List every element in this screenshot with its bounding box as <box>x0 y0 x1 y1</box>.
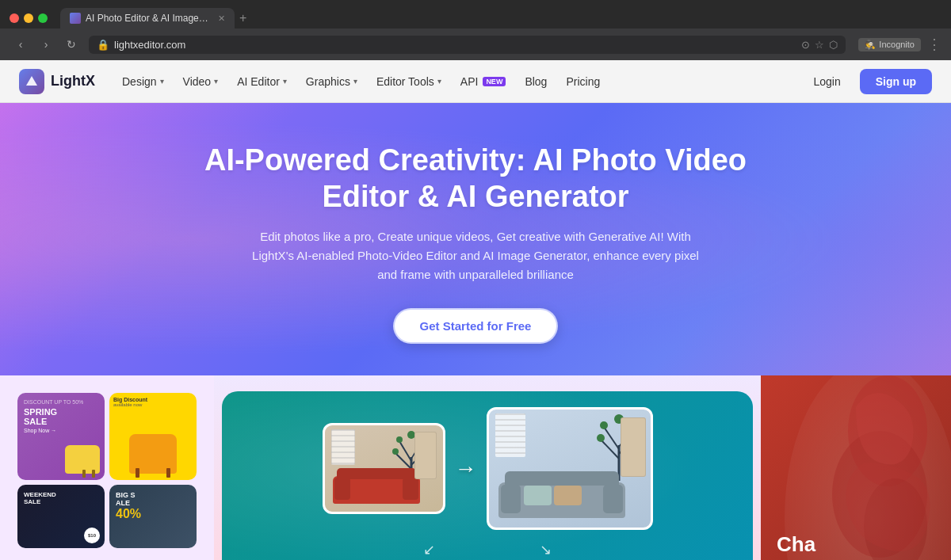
hero-cta-container: Get Started for Free <box>393 308 559 344</box>
chevron-down-icon: ▾ <box>160 77 164 86</box>
logo-text: LightX <box>51 73 95 90</box>
incognito-badge: 🕵 Incognito <box>858 38 921 51</box>
tab-title: AI Photo Editor & AI Image G... <box>86 13 210 24</box>
feature-cards-section: DISCOUNT UP TO 50% SPRINGSALE Shop Now → <box>0 375 951 560</box>
percent-text: 40% <box>116 507 190 521</box>
svg-line-2 <box>395 453 411 469</box>
cha-label: Cha <box>777 532 823 557</box>
nav-video-label: Video <box>183 75 212 88</box>
site-navigation: LightX Design ▾ Video ▾ AI Editor ▾ Grap… <box>0 60 951 103</box>
svg-point-18 <box>600 421 608 429</box>
website-content: LightX Design ▾ Video ▾ AI Editor ▾ Grap… <box>0 60 951 560</box>
url-text: lightxeditor.com <box>114 39 796 51</box>
new-tab-button[interactable]: + <box>239 11 246 25</box>
shop-now-text: Shop Now → <box>24 428 98 433</box>
chevron-down-icon: ▾ <box>437 77 441 86</box>
svg-line-12 <box>601 440 619 459</box>
tab-bar: AI Photo Editor & AI Image G... ✕ + <box>60 8 941 29</box>
sale-text: SALE <box>24 498 98 505</box>
browser-action-buttons: 🕵 Incognito ⋮ <box>858 36 941 53</box>
logo[interactable]: LightX <box>19 69 95 94</box>
nav-item-api[interactable]: API NEW <box>453 70 514 93</box>
cast-icon: ⊙ <box>801 39 810 51</box>
arrow-down-left: ↙ <box>423 541 435 558</box>
back-button[interactable]: ‹ <box>10 33 32 55</box>
nav-design-label: Design <box>122 75 157 88</box>
reload-button[interactable]: ↻ <box>60 33 82 55</box>
nav-item-blog[interactable]: Blog <box>517 70 555 93</box>
address-bar-icons: ⊙ ☆ ⬡ <box>801 39 838 51</box>
browser-menu-button[interactable]: ⋮ <box>927 36 941 53</box>
svg-point-16 <box>597 434 605 442</box>
nav-item-design[interactable]: Design ▾ <box>114 70 172 93</box>
nav-editor-tools-label: Editor Tools <box>376 75 434 88</box>
nav-graphics-label: Graphics <box>306 75 350 88</box>
hero-subtitle: Edit photos like a pro, Create unique vi… <box>246 227 705 284</box>
minimize-button[interactable] <box>24 13 33 23</box>
nav-item-video[interactable]: Video ▾ <box>175 70 227 93</box>
discount-text: DISCOUNT UP TO 50% <box>24 399 98 405</box>
nav-item-editor-tools[interactable]: Editor Tools ▾ <box>369 70 449 93</box>
nav-item-ai-editor[interactable]: AI Editor ▾ <box>229 70 295 93</box>
incognito-label: Incognito <box>879 40 915 49</box>
close-button[interactable] <box>10 13 19 23</box>
big-sale-text: BIG S <box>116 491 190 499</box>
figure-silhouette <box>808 375 951 560</box>
active-tab[interactable]: AI Photo Editor & AI Image G... ✕ <box>60 8 235 29</box>
arrow-down-right: ↘ <box>540 541 552 558</box>
login-button[interactable]: Login <box>804 70 850 93</box>
nav-blog-label: Blog <box>525 75 547 88</box>
nav-right-actions: Login Sign up <box>804 69 932 94</box>
address-bar-row: ‹ › ↻ 🔒 lightxeditor.com ⊙ ☆ ⬡ 🕵 Incogni… <box>0 29 951 60</box>
nav-item-graphics[interactable]: Graphics ▾ <box>298 70 365 93</box>
chevron-down-icon: ▾ <box>214 77 218 86</box>
get-started-button[interactable]: Get Started for Free <box>393 308 559 344</box>
ads-card: DISCOUNT UP TO 50% SPRINGSALE Shop Now → <box>0 375 214 560</box>
logo-icon <box>19 69 44 94</box>
traffic-lights <box>10 13 48 23</box>
chevron-down-icon: ▾ <box>283 77 287 86</box>
nav-pricing-label: Pricing <box>566 75 600 88</box>
lock-icon: 🔒 <box>97 39 109 51</box>
arrow-right-icon: → <box>455 456 477 482</box>
new-badge: NEW <box>483 77 506 86</box>
nav-links: Design ▾ Video ▾ AI Editor ▾ Graphics ▾ … <box>114 70 804 93</box>
svg-point-8 <box>396 436 403 443</box>
big-sale-text2: ALE <box>116 499 190 507</box>
star-icon[interactable]: ☆ <box>815 39 824 51</box>
browser-window: AI Photo Editor & AI Image G... ✕ + ‹ › … <box>0 0 951 60</box>
svg-marker-0 <box>26 76 37 86</box>
forward-button[interactable]: › <box>35 33 57 55</box>
cha-auto-card: Cha Auto <box>761 375 951 560</box>
tab-close-icon[interactable]: ✕ <box>218 13 225 24</box>
auto-label: Auto <box>777 557 823 560</box>
extension-icon[interactable]: ⬡ <box>829 39 838 51</box>
hero-section: AI-Powered Creativity: AI Photo Video Ed… <box>0 103 951 375</box>
nav-item-pricing[interactable]: Pricing <box>558 70 608 93</box>
title-bar: AI Photo Editor & AI Image G... ✕ + <box>0 0 951 29</box>
nav-ai-editor-label: AI Editor <box>237 75 280 88</box>
spring-sale-text: SPRINGSALE <box>24 407 98 426</box>
chevron-down-icon: ▾ <box>353 77 357 86</box>
tab-favicon <box>70 13 81 24</box>
maximize-button[interactable] <box>38 13 48 23</box>
svg-point-6 <box>392 448 399 455</box>
signup-button[interactable]: Sign up <box>860 69 932 94</box>
incognito-icon: 🕵 <box>865 40 876 50</box>
hero-title: AI-Powered Creativity: AI Photo Video Ed… <box>190 143 761 215</box>
weekend-text: WEEKEND <box>24 491 98 498</box>
nav-api-label: API <box>460 75 479 88</box>
remove-replace-card: → <box>222 391 753 560</box>
address-bar[interactable]: 🔒 lightxeditor.com ⊙ ☆ ⬡ <box>89 36 846 54</box>
browser-nav-buttons: ‹ › ↻ <box>10 33 82 55</box>
